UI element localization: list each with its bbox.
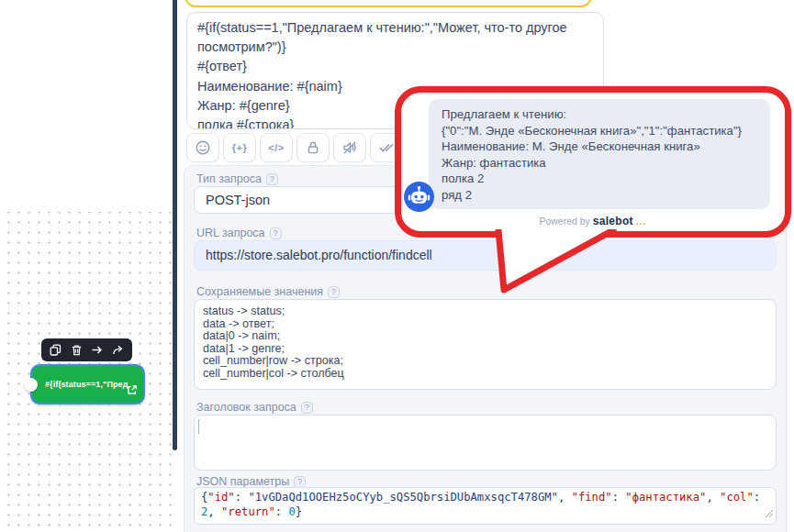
saved-values-textarea[interactable]: status -> status; data -> ответ; data|0 … [194, 299, 777, 390]
powered-by-footer: Powered by salebot ... [401, 215, 785, 227]
json-params-editor[interactable]: {"id": "1vGDaQd1OOEHz5oCYyb_sQS5QbrsiDUb… [194, 487, 777, 525]
request-type-label: Тип запроса ? [196, 172, 278, 185]
bot-message-line: ряд 2 [442, 187, 757, 204]
label-text: JSON параметры [196, 475, 289, 488]
code-button[interactable]: </> [260, 133, 293, 162]
trash-icon[interactable] [71, 344, 83, 356]
salebot-brand[interactable]: salebot [593, 215, 633, 227]
json-code-line: {"id": "1vGDaQd1OOEHz5oCYyb_sQS5QbrsiDUb… [201, 491, 769, 505]
block-settings-panel: #{if(status==1,"Предлагаем к чтению:","М… [177, 0, 794, 532]
message-toolbar: {+} </> [186, 133, 403, 162]
bot-message-line: Жанр: фантастика [442, 155, 757, 172]
json-params-label: JSON параметры ? [196, 475, 306, 488]
template-line: #{if(status==1,"Предлагаем к чтению:","М… [197, 18, 593, 57]
salebot-block-editor: #{if(status==1,"Пред #{if(status==1,"Пре… [0, 0, 794, 532]
label-text: URL запроса [196, 227, 265, 239]
variable-button-label: {+} [232, 142, 248, 153]
panel-scrollbar[interactable] [173, 0, 177, 450]
json-code-line: 2, "return": 0} [201, 505, 769, 520]
request-header-label: Заголовок запроса ? [196, 401, 313, 414]
help-icon[interactable]: ? [328, 286, 340, 298]
saved-value-line: data|1 -> genre; [203, 343, 767, 356]
resize-grip[interactable] [765, 508, 774, 523]
saved-values-label: Сохраняемые значения ? [196, 285, 340, 298]
node-label: #{if(status==1,"Пред [45, 380, 128, 389]
canvas-blank-area [0, 0, 174, 212]
request-header-textarea[interactable] [194, 415, 777, 471]
bot-avatar-icon [404, 182, 434, 212]
node-connector-port[interactable] [24, 378, 38, 392]
label-text: Заголовок запроса [196, 401, 296, 414]
condition-field-partial[interactable] [185, 0, 592, 7]
request-url-label: URL запроса ? [196, 227, 282, 239]
bot-message-line: {"0":"М. Энде «Бесконечная книга»","1":"… [442, 123, 757, 139]
share-icon[interactable] [112, 344, 124, 356]
help-icon[interactable]: ? [294, 476, 306, 488]
arrow-right-icon[interactable] [91, 344, 103, 356]
flow-canvas[interactable]: #{if(status==1,"Пред [0, 0, 174, 532]
saved-value-line: cell_number|row -> строка; [203, 355, 767, 368]
insert-variable-button[interactable]: {+} [223, 133, 256, 162]
help-icon[interactable]: ? [266, 173, 278, 185]
flow-node-request-block[interactable]: #{if(status==1,"Пред [30, 364, 145, 405]
callout-tail [491, 229, 621, 299]
help-icon[interactable]: ? [270, 227, 282, 239]
bot-message-bubble: Предлагаем к чтению: {"0":"М. Энде «Беск… [429, 99, 770, 209]
code-button-label: </> [268, 142, 284, 153]
chat-preview-callout: Предлагаем к чтению: {"0":"М. Энде «Беск… [395, 86, 791, 238]
bot-message-line: полка 2 [442, 171, 757, 187]
mute-button[interactable] [333, 133, 366, 162]
brand-dots-icon: ... [636, 216, 647, 227]
open-block-icon[interactable] [127, 382, 138, 399]
bot-message-line: Наименование: М. Энде «Бесконечная книга… [442, 139, 757, 155]
lock-button[interactable] [296, 133, 330, 162]
node-context-toolbar [41, 338, 132, 361]
label-text: Сохраняемые значения [196, 285, 323, 298]
request-url-input[interactable]: https://store.salebot.pro/function/findc… [194, 240, 777, 271]
text-cursor [198, 419, 199, 434]
emoji-button[interactable] [186, 133, 219, 162]
saved-value-line: cell_number|col -> столбец [203, 368, 767, 381]
saved-value-line: data -> ответ; [203, 318, 767, 331]
help-icon[interactable]: ? [301, 402, 313, 414]
bot-message-line: Предлагаем к чтению: [442, 106, 757, 123]
saved-value-line: data|0 -> naim; [203, 330, 767, 343]
powered-by-text: Powered by [539, 216, 589, 227]
label-text: Тип запроса [196, 172, 262, 185]
saved-value-line: status -> status; [203, 305, 767, 318]
copy-icon[interactable] [50, 344, 62, 356]
template-line: #{ответ} [197, 57, 593, 76]
